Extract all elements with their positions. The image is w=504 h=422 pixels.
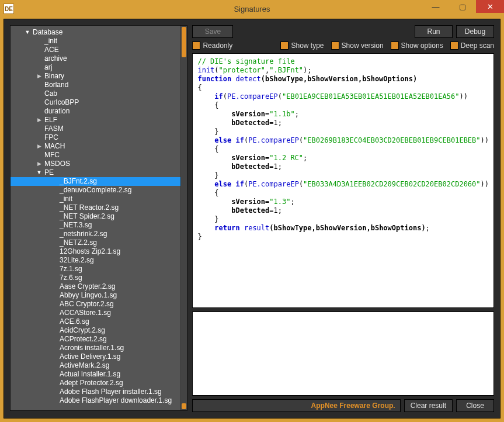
tree-item-label: _netshrink.2.sg: [60, 230, 107, 238]
tree-item[interactable]: ABC Cryptor.2.sg: [11, 300, 180, 309]
output-area[interactable]: [192, 312, 494, 396]
code-line: init("protector",".BJFnt");: [197, 66, 489, 75]
tree-item[interactable]: FPC: [11, 133, 180, 142]
tree-item[interactable]: Active Delivery.1.sg: [11, 352, 180, 361]
tree-item[interactable]: ACCAStore.1.sg: [11, 309, 180, 317]
deep-scan-checkbox[interactable]: Deep scan: [450, 41, 494, 50]
tree-item-label: duration: [44, 107, 69, 116]
tree-item[interactable]: ▼PE: [11, 168, 180, 177]
tree-item-label: ABC Cryptor.2.sg: [60, 300, 114, 309]
tree-item-label: _NET Spider.2.sg: [60, 212, 114, 221]
tree-item[interactable]: _NET Reactor.2.sg: [11, 203, 180, 212]
tree-item-label: Actual Installer.1.sg: [60, 370, 120, 379]
window-body: ▼Database_initACEarchivearj▶BinaryBorlan…: [4, 19, 500, 418]
show-type-checkbox[interactable]: Show type: [280, 41, 324, 50]
tree-item[interactable]: arj: [11, 63, 180, 72]
chevron-right-icon: ▶: [36, 116, 42, 124]
tree-item[interactable]: Actual Installer.1.sg: [11, 370, 180, 379]
chevron-down-icon: ▼: [36, 168, 42, 177]
tree-item[interactable]: CurIcoBPP: [11, 98, 180, 107]
tree-item[interactable]: ▶Binary: [11, 72, 180, 81]
tree-item-label: 7z.1.sg: [60, 265, 82, 274]
code-line: sVersion="1.2 RC";: [197, 154, 489, 162]
tree-item[interactable]: Cab: [11, 89, 180, 98]
tree-item[interactable]: _NET Spider.2.sg: [11, 212, 180, 221]
tree-item[interactable]: MFC: [11, 151, 180, 160]
tree-item[interactable]: _netshrink.2.sg: [11, 230, 180, 238]
debug-button[interactable]: Debug: [456, 25, 494, 38]
tree-item[interactable]: duration: [11, 107, 180, 116]
tree-item[interactable]: 12Ghosts Zip2.1.sg: [11, 247, 180, 256]
titlebar: DE Signatures — ▢ ✕: [0, 0, 504, 18]
tree-item[interactable]: Adept Protector.2.sg: [11, 379, 180, 388]
code-line: else if(PE.compareEP("EB033A4D3A1EEB02CD…: [197, 180, 489, 189]
tree-item[interactable]: 7z.6.sg: [11, 274, 180, 282]
signature-tree[interactable]: ▼Database_initACEarchivearj▶BinaryBorlan…: [11, 26, 180, 410]
readonly-checkbox[interactable]: Readonly: [192, 41, 232, 50]
tree-item[interactable]: ACE: [11, 46, 180, 54]
tree-item[interactable]: Borland: [11, 81, 180, 89]
tree-item[interactable]: ACE.6.sg: [11, 317, 180, 326]
tree-item-label: ACE: [44, 46, 59, 54]
scrollbar-thumb[interactable]: [182, 27, 186, 57]
tree-item[interactable]: ▶MACH: [11, 142, 180, 151]
tree-item-label: ACProtect.2.sg: [60, 335, 107, 344]
tree-item[interactable]: Abbyy Lingvo.1.sg: [11, 291, 180, 300]
tree-item[interactable]: Adobe Flash Player installer.1.sg: [11, 388, 180, 396]
code-line: {: [197, 189, 489, 198]
chevron-down-icon: ▼: [25, 28, 30, 37]
tree-item-label: Aase Crypter.2.sg: [60, 282, 115, 291]
tree-item-label: _init: [44, 37, 57, 46]
tree-item[interactable]: AcidCrypt.2.sg: [11, 326, 180, 335]
code-editor[interactable]: // DIE's signature fileinit("protector",…: [192, 53, 494, 308]
code-line: bDetected=1;: [197, 162, 489, 171]
tree-item[interactable]: ▼Database: [11, 28, 180, 37]
show-version-checkbox[interactable]: Show version: [331, 41, 384, 50]
tree-scrollbar[interactable]: [180, 26, 187, 410]
tree-item[interactable]: _init: [11, 37, 180, 46]
tree-item-label: Active Delivery.1.sg: [60, 352, 120, 361]
status-bar: AppNee Freeware Group.: [192, 399, 400, 412]
minimize-button[interactable]: —: [422, 0, 449, 13]
status-link[interactable]: AppNee Freeware Group.: [311, 402, 395, 410]
show-version-label: Show version: [342, 41, 384, 50]
save-button[interactable]: Save: [192, 25, 233, 38]
tree-item[interactable]: _init: [11, 195, 180, 203]
close-button[interactable]: Close: [456, 399, 494, 412]
tree-item[interactable]: Aase Crypter.2.sg: [11, 282, 180, 291]
tree-item[interactable]: _NETZ.2.sg: [11, 238, 180, 247]
tree-item[interactable]: _NET.3.sg: [11, 221, 180, 230]
tree-item-label: _BJFnt.2.sg: [60, 177, 97, 186]
checkbox-icon: [192, 41, 200, 50]
tree-item-label: Adobe Flash Player installer.1.sg: [60, 388, 162, 396]
tree-item[interactable]: ActiveMark.2.sg: [11, 361, 180, 370]
tree-item[interactable]: ACProtect.2.sg: [11, 335, 180, 344]
tree-item-label: 7z.6.sg: [60, 274, 82, 282]
tree-item[interactable]: archive: [11, 54, 180, 63]
tree-item-label: 32Lite.2.sg: [60, 256, 94, 265]
tree-item[interactable]: ▶MSDOS: [11, 160, 180, 168]
tree-item-label: FPC: [44, 133, 58, 142]
show-options-checkbox[interactable]: Show options: [391, 41, 443, 50]
tree-item-label: _denuvoComplete.2.sg: [60, 186, 131, 195]
tree-item[interactable]: 7z.1.sg: [11, 265, 180, 274]
tree-item-label: arj: [44, 63, 52, 72]
tree-item[interactable]: Adobe FlashPlayer downloader.1.sg: [11, 396, 180, 405]
code-line: {: [197, 145, 489, 154]
run-button[interactable]: Run: [415, 25, 453, 38]
code-line: // DIE's signature file: [197, 57, 489, 66]
tree-item[interactable]: 32Lite.2.sg: [11, 256, 180, 265]
tree-item[interactable]: FASM: [11, 124, 180, 133]
tree-item-label: Abbyy Lingvo.1.sg: [60, 291, 117, 300]
tree-item[interactable]: _denuvoComplete.2.sg: [11, 186, 180, 195]
window-close-button[interactable]: ✕: [476, 0, 504, 13]
signature-tree-panel: ▼Database_initACEarchivearj▶BinaryBorlan…: [10, 25, 187, 411]
tree-item-label: Acronis installer.1.sg: [60, 344, 124, 352]
tree-item-label: ELF: [44, 116, 57, 124]
tree-item[interactable]: ▶ELF: [11, 116, 180, 124]
tree-item[interactable]: Acronis installer.1.sg: [11, 344, 180, 352]
clear-result-button[interactable]: Clear result: [404, 399, 453, 412]
tree-item[interactable]: _BJFnt.2.sg: [11, 177, 180, 186]
maximize-button[interactable]: ▢: [449, 0, 476, 13]
scrollbar-bottom[interactable]: [182, 403, 186, 409]
